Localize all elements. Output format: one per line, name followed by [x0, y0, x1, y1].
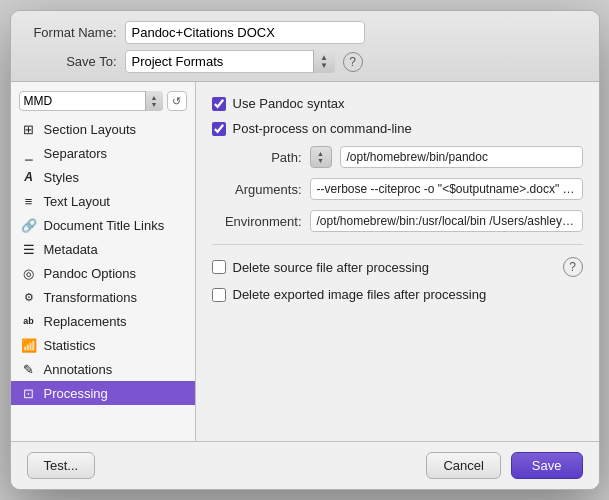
- save-to-select-wrapper: ▲ ▼: [125, 50, 335, 73]
- sidebar-item-document-title-links[interactable]: 🔗 Document Title Links: [11, 213, 195, 237]
- sidebar-item-label-text-layout: Text Layout: [44, 194, 111, 209]
- section-layouts-icon: ⊞: [21, 121, 37, 137]
- environment-label: Environment:: [212, 214, 302, 229]
- styles-icon: A: [21, 169, 37, 185]
- sidebar-item-label-document-title-links: Document Title Links: [44, 218, 165, 233]
- sidebar-header: ▲ ▼ ↺: [11, 88, 195, 117]
- pandoc-options-icon: ◎: [21, 265, 37, 281]
- post-process-row: Post-process on command-line: [212, 121, 583, 136]
- delete-source-help-button[interactable]: ?: [563, 257, 583, 277]
- sidebar-item-metadata[interactable]: ☰ Metadata: [11, 237, 195, 261]
- metadata-icon: ☰: [21, 241, 37, 257]
- delete-source-row: Delete source file after processing ?: [212, 257, 583, 277]
- delete-source-label: Delete source file after processing: [233, 260, 430, 275]
- title-bar: Format Name: Save To: ▲ ▼ ?: [11, 11, 599, 82]
- sidebar-item-annotations[interactable]: ✎ Annotations: [11, 357, 195, 381]
- cancel-button[interactable]: Cancel: [426, 452, 500, 479]
- save-to-input[interactable]: [125, 50, 335, 73]
- footer-right: Cancel Save: [426, 452, 582, 479]
- environment-field[interactable]: /opt/homebrew/bin:/usr/local/bin /Users/…: [310, 210, 583, 232]
- path-label: Path:: [212, 150, 302, 165]
- path-arrows-button[interactable]: ▲ ▼: [310, 146, 332, 168]
- arguments-row: Arguments: --verbose --citeproc -o "<$ou…: [212, 178, 583, 200]
- delete-exported-row: Delete exported image files after proces…: [212, 287, 583, 302]
- separators-icon: ⎯: [21, 145, 37, 161]
- sidebar-item-label-section-layouts: Section Layouts: [44, 122, 137, 137]
- main-panel: Use Pandoc syntax Post-process on comman…: [196, 82, 599, 441]
- post-process-checkbox[interactable]: [212, 122, 226, 136]
- arguments-field[interactable]: --verbose --citeproc -o "<$outputname>.d…: [310, 178, 583, 200]
- dialog: Format Name: Save To: ▲ ▼ ? ▲: [10, 10, 600, 490]
- document-title-links-icon: 🔗: [21, 217, 37, 233]
- replacements-icon: ab: [21, 313, 37, 329]
- sidebar-item-transformations[interactable]: ⚙ Transformations: [11, 285, 195, 309]
- sidebar-item-processing[interactable]: ⊡ Processing: [11, 381, 195, 405]
- sidebar-item-replacements[interactable]: ab Replacements: [11, 309, 195, 333]
- sidebar-refresh-button[interactable]: ↺: [167, 91, 187, 111]
- sidebar-item-styles[interactable]: A Styles: [11, 165, 195, 189]
- sidebar-item-statistics[interactable]: 📶 Statistics: [11, 333, 195, 357]
- annotations-icon: ✎: [21, 361, 37, 377]
- sidebar-item-label-replacements: Replacements: [44, 314, 127, 329]
- sidebar-item-label-processing: Processing: [44, 386, 108, 401]
- sidebar-item-label-pandoc-options: Pandoc Options: [44, 266, 137, 281]
- transformations-icon: ⚙: [21, 289, 37, 305]
- use-pandoc-label: Use Pandoc syntax: [233, 96, 345, 111]
- format-name-input[interactable]: [125, 21, 365, 44]
- footer: Test... Cancel Save: [11, 441, 599, 489]
- delete-source-checkbox[interactable]: [212, 260, 226, 274]
- help-button[interactable]: ?: [343, 52, 363, 72]
- content-area: ▲ ▼ ↺ ⊞ Section Layouts ⎯ Separators A S…: [11, 82, 599, 441]
- post-process-label: Post-process on command-line: [233, 121, 412, 136]
- use-pandoc-checkbox[interactable]: [212, 97, 226, 111]
- sidebar-item-separators[interactable]: ⎯ Separators: [11, 141, 195, 165]
- save-button[interactable]: Save: [511, 452, 583, 479]
- sidebar-item-label-styles: Styles: [44, 170, 79, 185]
- test-button[interactable]: Test...: [27, 452, 96, 479]
- sidebar-item-label-metadata: Metadata: [44, 242, 98, 257]
- environment-row: Environment: /opt/homebrew/bin:/usr/loca…: [212, 210, 583, 232]
- format-name-row: Format Name:: [27, 21, 583, 44]
- text-layout-icon: ≡: [21, 193, 37, 209]
- format-name-label: Format Name:: [27, 25, 117, 40]
- mmd-select-input[interactable]: [19, 91, 163, 111]
- delete-exported-checkbox[interactable]: [212, 288, 226, 302]
- mmd-select-wrapper: ▲ ▼: [19, 91, 163, 111]
- sidebar-item-label-statistics: Statistics: [44, 338, 96, 353]
- path-field[interactable]: /opt/homebrew/bin/pandoc: [340, 146, 583, 168]
- save-to-label: Save To:: [27, 54, 117, 69]
- use-pandoc-row: Use Pandoc syntax: [212, 96, 583, 111]
- sidebar: ▲ ▼ ↺ ⊞ Section Layouts ⎯ Separators A S…: [11, 82, 196, 441]
- processing-icon: ⊡: [21, 385, 37, 401]
- delete-exported-label: Delete exported image files after proces…: [233, 287, 487, 302]
- save-to-row: Save To: ▲ ▼ ?: [27, 50, 583, 73]
- sidebar-item-label-annotations: Annotations: [44, 362, 113, 377]
- sidebar-item-section-layouts[interactable]: ⊞ Section Layouts: [11, 117, 195, 141]
- sidebar-item-text-layout[interactable]: ≡ Text Layout: [11, 189, 195, 213]
- sidebar-item-label-transformations: Transformations: [44, 290, 137, 305]
- statistics-icon: 📶: [21, 337, 37, 353]
- path-row: Path: ▲ ▼ /opt/homebrew/bin/pandoc: [212, 146, 583, 168]
- sidebar-item-pandoc-options[interactable]: ◎ Pandoc Options: [11, 261, 195, 285]
- sidebar-item-label-separators: Separators: [44, 146, 108, 161]
- arguments-label: Arguments:: [212, 182, 302, 197]
- separator: [212, 244, 583, 245]
